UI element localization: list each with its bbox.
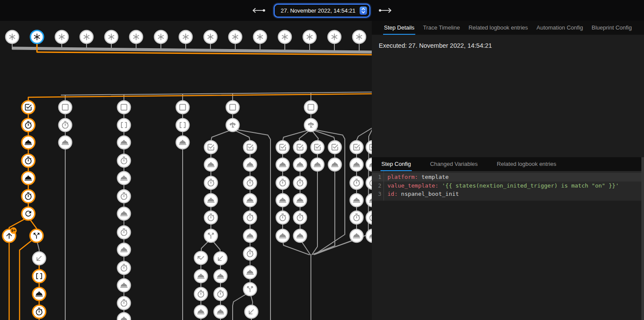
code-line-3[interactable]: 3id: nspanel_boot_init	[372, 190, 644, 198]
trace-node-dome[interactable]	[204, 194, 217, 207]
trace-node-timer[interactable]	[59, 119, 72, 132]
tab-related-logbook-entries[interactable]: Related logbook entries	[467, 21, 529, 35]
trace-node-square[interactable]	[59, 101, 72, 114]
trace-node-arrow-dl[interactable]	[33, 252, 46, 265]
code-line-2[interactable]: 2value_template: '{{ states(nextion_init…	[372, 181, 644, 190]
trace-node-dome[interactable]	[311, 158, 324, 171]
code-line-1[interactable]: 1platform: template	[372, 173, 644, 181]
trace-node-asterisk[interactable]	[154, 30, 167, 43]
tab-trace-timeline[interactable]: Trace Timeline	[422, 21, 461, 35]
trace-node-dome[interactable]	[350, 229, 363, 242]
trace-node-checkbox[interactable]	[22, 101, 35, 114]
yaml-code-editor[interactable]: 1platform: template2value_template: '{{ …	[372, 171, 644, 201]
trace-node-timer[interactable]	[117, 190, 130, 203]
trace-node-asterisk[interactable]	[254, 30, 267, 43]
trace-node-asterisk[interactable]	[303, 30, 316, 43]
trace-node-square[interactable]	[117, 101, 130, 114]
trace-node-timer[interactable]	[194, 287, 207, 300]
tab-step-config[interactable]: Step Config	[380, 157, 412, 171]
trace-node-timer[interactable]	[214, 287, 227, 300]
trace-node-timer[interactable]	[366, 211, 372, 224]
trace-graph-canvas[interactable]: 9+	[0, 21, 372, 320]
trace-node-asterisk[interactable]	[6, 30, 19, 43]
trace-node-dome[interactable]	[194, 270, 207, 283]
trace-node-dome[interactable]	[294, 158, 307, 171]
trace-node-asterisk[interactable]	[105, 30, 118, 43]
trace-node-dome[interactable]	[244, 158, 257, 171]
trace-node-timer[interactable]	[244, 247, 257, 260]
trace-node-asterisk[interactable]	[353, 30, 366, 43]
trace-node-dome[interactable]	[276, 158, 289, 171]
trace-node-timer[interactable]	[22, 119, 35, 132]
trace-node-dome[interactable]	[214, 270, 227, 283]
trace-node-timer[interactable]	[276, 176, 289, 189]
trace-node-timer[interactable]	[244, 176, 257, 189]
trace-node-checkbox[interactable]	[366, 141, 372, 154]
trace-node-decision[interactable]	[226, 119, 239, 132]
tab-related-logbook-entries[interactable]: Related logbook entries	[496, 157, 557, 171]
trace-node-timer[interactable]	[117, 261, 130, 274]
trace-node-dome[interactable]	[176, 136, 189, 149]
trace-node-split[interactable]	[244, 283, 257, 296]
trace-node-checkbox[interactable]	[350, 141, 363, 154]
trace-node-dome[interactable]	[117, 207, 130, 220]
trace-node-asterisk[interactable]	[130, 30, 143, 43]
panel-scrollbar[interactable]	[641, 157, 644, 320]
trace-node-dome[interactable]	[59, 136, 72, 149]
tab-step-details[interactable]: Step Details	[383, 21, 415, 35]
tab-blueprint-config[interactable]: Blueprint Config	[591, 21, 633, 35]
trace-node-square[interactable]	[304, 101, 317, 114]
trace-node-split[interactable]	[30, 229, 43, 242]
trace-node-dome[interactable]	[117, 313, 130, 320]
trace-node-dome[interactable]	[366, 229, 372, 242]
trace-node-timer[interactable]	[350, 211, 363, 224]
trace-node-checkbox[interactable]	[311, 141, 324, 154]
trace-node-dome[interactable]	[276, 229, 289, 242]
trace-node-timer[interactable]	[366, 176, 372, 189]
trace-node-dome[interactable]	[214, 305, 227, 318]
trace-node-asterisk[interactable]	[30, 30, 43, 43]
trace-node-asterisk[interactable]	[229, 30, 242, 43]
trace-node-timer[interactable]	[294, 211, 307, 224]
trace-node-timer[interactable]	[33, 305, 46, 318]
trace-node-timer[interactable]	[22, 190, 35, 203]
trace-node-asterisk[interactable]	[80, 30, 93, 43]
trace-node-asterisk[interactable]	[328, 30, 341, 43]
trace-node-checkbox[interactable]	[328, 141, 341, 154]
trace-node-dome[interactable]	[328, 158, 341, 171]
trace-node-decision[interactable]	[304, 119, 317, 132]
trace-node-dome[interactable]	[117, 279, 130, 292]
trace-node-arrow-up[interactable]: 9+	[3, 228, 17, 243]
trace-node-timer[interactable]	[117, 226, 130, 239]
trace-node-dome[interactable]	[244, 229, 257, 242]
trace-node-check-arrow[interactable]	[194, 251, 207, 264]
trace-node-dome[interactable]	[204, 158, 217, 171]
trace-node-checkbox[interactable]	[244, 141, 257, 154]
trace-node-arrow-dl[interactable]	[245, 305, 258, 318]
trace-node-timer[interactable]	[294, 176, 307, 189]
trace-node-dome[interactable]	[117, 136, 130, 149]
trace-node-checkbox[interactable]	[204, 141, 217, 154]
trace-node-dome[interactable]	[350, 158, 363, 171]
trace-node-refresh[interactable]	[22, 207, 35, 220]
trace-node-timer[interactable]	[276, 211, 289, 224]
tab-changed-variables[interactable]: Changed Variables	[429, 157, 479, 171]
trace-node-brackets[interactable]	[33, 270, 46, 283]
trace-node-dome[interactable]	[294, 229, 307, 242]
run-datetime-select[interactable]: 27. November 2022, 14:54:21	[275, 5, 369, 16]
trace-node-square[interactable]	[176, 101, 189, 114]
trace-node-dome[interactable]	[276, 194, 289, 207]
trace-node-dome[interactable]	[350, 194, 363, 207]
trace-node-timer[interactable]	[204, 211, 217, 224]
trace-node-checkbox[interactable]	[276, 141, 289, 154]
trace-node-checkbox[interactable]	[294, 141, 307, 154]
trace-node-arrow-dl[interactable]	[214, 252, 227, 265]
trace-node-dome[interactable]	[22, 172, 35, 185]
trace-node-dome[interactable]	[117, 172, 130, 185]
trace-node-timer[interactable]	[22, 154, 35, 167]
trace-node-timer[interactable]	[350, 176, 363, 189]
trace-node-square[interactable]	[226, 101, 239, 114]
trace-node-timer[interactable]	[117, 297, 130, 310]
trace-node-split[interactable]	[204, 229, 217, 242]
tab-automation-config[interactable]: Automation Config	[536, 21, 584, 35]
